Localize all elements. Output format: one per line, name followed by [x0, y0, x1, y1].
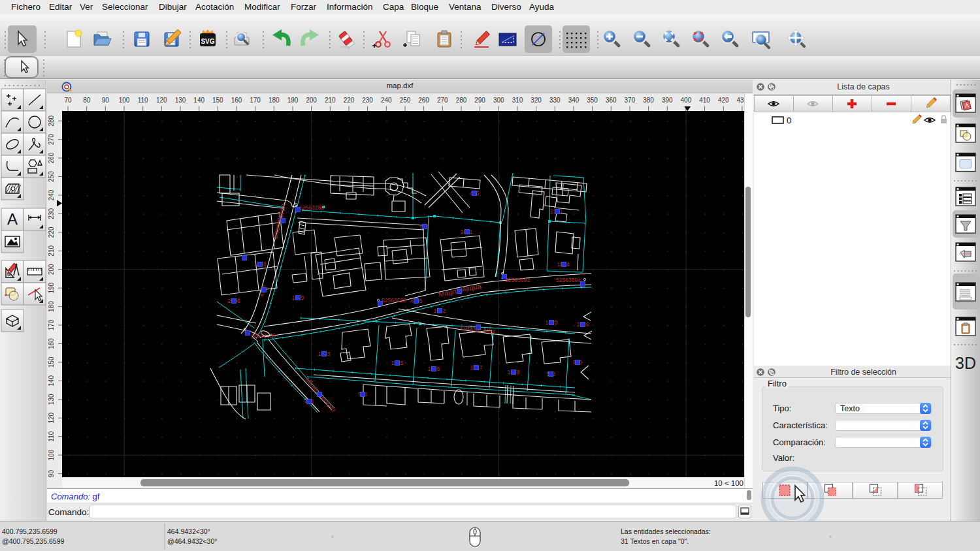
- svg-text:310: 310: [512, 97, 523, 104]
- svg-text:230: 230: [362, 97, 373, 104]
- svg-text:SVG: SVG: [201, 38, 214, 45]
- svg-text:270: 270: [48, 134, 55, 145]
- svg-text:200: 200: [48, 264, 55, 275]
- svg-text:160: 160: [48, 338, 55, 349]
- svg-text:52563692: 52563692: [382, 297, 406, 304]
- svg-text:52563693: 52563693: [505, 277, 530, 283]
- svg-text:180: 180: [48, 301, 55, 312]
- svg-text:190: 190: [48, 282, 55, 293]
- svg-text:150: 150: [48, 356, 55, 368]
- svg-text:240: 240: [381, 97, 392, 104]
- svg-text:290: 290: [474, 97, 485, 104]
- svg-text:280: 280: [456, 97, 467, 104]
- svg-text:52562236: 52562236: [251, 332, 276, 339]
- svg-text:200: 200: [306, 97, 317, 104]
- svg-text:400: 400: [681, 97, 692, 104]
- svg-text:150: 150: [212, 97, 223, 104]
- svg-text:100: 100: [48, 449, 55, 460]
- svg-text:280: 280: [48, 115, 55, 126]
- svg-text:250: 250: [400, 97, 411, 104]
- svg-text:330: 330: [549, 97, 561, 104]
- svg-text:240: 240: [48, 189, 55, 200]
- svg-text:220: 220: [48, 227, 55, 238]
- svg-text:230: 230: [48, 208, 55, 219]
- svg-text:340: 340: [568, 97, 580, 104]
- svg-text:190: 190: [287, 97, 299, 104]
- svg-text:260: 260: [48, 152, 55, 163]
- svg-text:90: 90: [102, 97, 110, 104]
- svg-text:130: 130: [48, 394, 55, 405]
- svg-text:180: 180: [269, 97, 280, 104]
- svg-text:350: 350: [587, 97, 598, 104]
- svg-text:52563694: 52563694: [556, 277, 581, 283]
- svg-text:270: 270: [437, 97, 448, 104]
- svg-text:140: 140: [193, 97, 204, 104]
- svg-text:120: 120: [156, 97, 167, 104]
- svg-text:410: 410: [699, 97, 710, 104]
- svg-text:90: 90: [48, 470, 55, 477]
- svg-text:370: 370: [625, 97, 636, 104]
- svg-text:260: 260: [418, 97, 429, 104]
- svg-text:170: 170: [250, 97, 261, 104]
- svg-text:430: 430: [737, 97, 744, 104]
- svg-text:130: 130: [175, 97, 186, 104]
- svg-text:320: 320: [531, 97, 542, 104]
- svg-text:A: A: [7, 210, 18, 228]
- svg-text:380: 380: [643, 97, 654, 104]
- svg-text:110: 110: [138, 97, 148, 104]
- svg-text:300: 300: [493, 97, 504, 104]
- svg-text:100: 100: [119, 97, 130, 104]
- svg-text:390: 390: [662, 97, 673, 104]
- svg-text:250: 250: [48, 171, 55, 182]
- svg-text:52563280: 52563280: [299, 204, 324, 211]
- svg-text:420: 420: [718, 97, 729, 104]
- svg-text:80: 80: [83, 97, 91, 104]
- svg-text:210: 210: [48, 245, 55, 257]
- svg-text:360: 360: [606, 97, 617, 104]
- svg-text:70: 70: [64, 97, 72, 104]
- svg-text:160: 160: [231, 97, 242, 104]
- svg-text:210: 210: [325, 97, 336, 104]
- svg-text:140: 140: [48, 375, 55, 386]
- svg-text:110: 110: [48, 431, 55, 441]
- svg-text:220: 220: [344, 97, 355, 104]
- svg-text:120: 120: [48, 412, 55, 423]
- svg-text:170: 170: [48, 319, 55, 330]
- svg-text:3D: 3D: [955, 354, 976, 372]
